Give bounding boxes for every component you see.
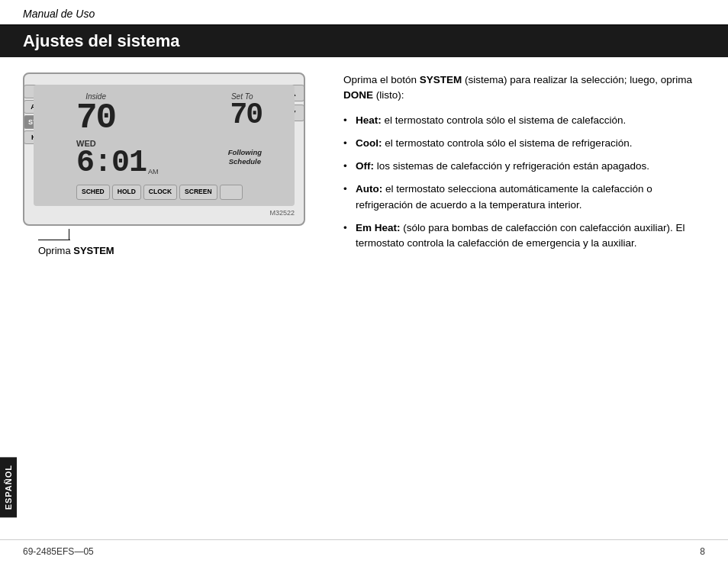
caption-bold: SYSTEM	[73, 245, 114, 256]
time-display: 6:01	[76, 148, 147, 179]
header: Manual de Uso	[0, 0, 728, 25]
model-number: M32522	[34, 209, 295, 217]
bullet-heat: Heat: el termostato controla sólo el sis…	[343, 113, 705, 128]
sched-button[interactable]: SCHED	[76, 185, 110, 200]
section-title: Ajustes del sistema	[23, 31, 705, 51]
bullet-cool: Cool: el termostato controla sólo el sis…	[343, 136, 705, 151]
right-column: Oprima el botón SYSTEM (sistema) para re…	[343, 72, 705, 259]
caption-text: Oprima	[38, 245, 73, 256]
extra-button	[220, 185, 243, 200]
caption: Oprima SYSTEM	[38, 245, 321, 256]
clock-button[interactable]: CLOCK	[143, 185, 177, 200]
screen-button[interactable]: SCREEN	[179, 185, 217, 200]
set-temp: 70	[230, 101, 262, 130]
bullet-auto: Auto: el termostato selecciona automátic…	[343, 182, 705, 213]
header-title: Manual de Uso	[23, 8, 95, 20]
footer-right: 8	[700, 546, 705, 557]
espanol-tab: ESPAÑOL	[0, 457, 17, 517]
thermostat-screen: Inside 70 Set To 70 WED 6:0	[34, 85, 295, 206]
inside-temp: 70	[76, 101, 115, 136]
intro-text: Oprima el botón SYSTEM (sistema) para re…	[343, 72, 705, 104]
am-pm-label: AM	[148, 168, 159, 175]
section-title-bar: Ajustes del sistema	[0, 25, 728, 57]
left-column: FAN AUTO SYSTEM HEAT ▲ ▼ Inside 70	[23, 72, 321, 259]
bullet-emheat: Em Heat: (sólo para bombas de calefacció…	[343, 220, 705, 252]
bullet-list: Heat: el termostato controla sólo el sis…	[343, 113, 705, 252]
footer: 69-2485EFS—05 8	[0, 539, 728, 563]
bullet-off: Off: los sistemas de calefacción y refri…	[343, 159, 705, 174]
footer-left: 69-2485EFS—05	[23, 546, 94, 557]
callout-area: Oprima SYSTEM	[23, 229, 321, 256]
following-schedule: Following Schedule	[228, 148, 262, 167]
bottom-buttons: SCHED HOLD CLOCK SCREEN	[76, 185, 288, 200]
hold-button[interactable]: HOLD	[112, 185, 141, 200]
thermostat-container: FAN AUTO SYSTEM HEAT ▲ ▼ Inside 70	[23, 72, 305, 226]
